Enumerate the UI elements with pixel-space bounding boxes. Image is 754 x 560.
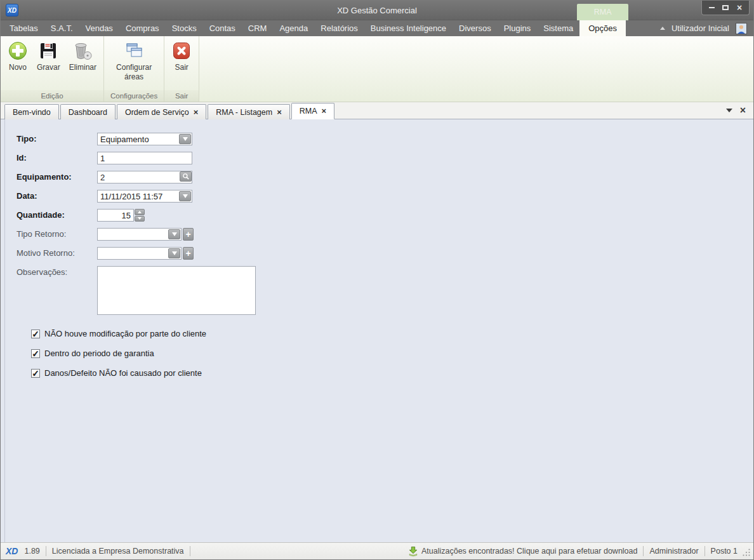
window-controls: × [701, 1, 750, 15]
statusbar-station-label: Posto 1 [711, 547, 737, 556]
gravar-button[interactable]: Gravar [34, 39, 63, 74]
ribbon-empty-area [199, 36, 753, 102]
tipo-select[interactable]: Equipamento [97, 133, 192, 145]
tipo-retorno-select[interactable] [97, 228, 182, 241]
tipo-retorno-label: Tipo Retorno: [17, 228, 97, 241]
menu-item-diversos[interactable]: Diversos [453, 20, 498, 36]
id-label: Id: [17, 152, 97, 164]
add-tipo-retorno-button[interactable]: + [183, 228, 194, 241]
checkbox-dentro-periodo-garantia[interactable]: ✓ Dentro do periodo de garantia [31, 349, 753, 358]
minimize-button[interactable] [704, 2, 718, 13]
novo-button[interactable]: Novo [4, 39, 31, 74]
maximize-button[interactable] [718, 2, 732, 13]
observacoes-textarea[interactable] [97, 266, 256, 315]
observacoes-label: Observações: [17, 266, 97, 279]
checkbox-nao-houve-modificacao[interactable]: ✓ NÃO houve modificação por parte do cli… [31, 329, 753, 338]
checkbox-checked-icon[interactable]: ✓ [31, 330, 40, 338]
rma-form: Tipo: Equipamento Id: Equipamento: [1, 119, 753, 542]
data-datetime-picker[interactable]: 11/11/2015 11:57 [97, 190, 192, 203]
document-tabstrip: Bem-vindo Dashboard Ordem de Serviço × R… [1, 102, 753, 119]
tab-list-dropdown-icon[interactable] [726, 109, 732, 112]
document-tab-rma[interactable]: RMA × [291, 103, 334, 119]
ribbon: Novo Gravar [1, 36, 753, 102]
chevron-down-icon[interactable] [179, 134, 191, 144]
statusbar-xd-logo: XD [6, 546, 18, 556]
minimize-icon [709, 7, 715, 8]
data-label: Data: [17, 190, 97, 203]
document-tab-ordem-de-servico[interactable]: Ordem de Serviço × [117, 104, 206, 119]
close-tab-icon[interactable]: × [277, 109, 282, 116]
menu-item-vendas[interactable]: Vendas [79, 20, 119, 36]
document-tab-dashboard[interactable]: Dashboard [60, 104, 116, 119]
ribbon-group-configuracoes: Configurar áreas Configurações [104, 36, 164, 102]
menubar-right: Utilizador Inicial [660, 20, 753, 36]
save-floppy-icon [38, 41, 58, 61]
update-notification-button[interactable]: Atualizações encontradas! Clique aqui pa… [408, 546, 638, 557]
resize-grip[interactable] [743, 549, 751, 557]
chevron-down-icon[interactable] [168, 248, 180, 258]
menu-item-sistema[interactable]: Sistema [537, 20, 579, 36]
search-icon[interactable] [180, 171, 192, 182]
titlebar: XD XD Gestão Comercial × [1, 1, 753, 20]
statusbar-user-label: Administrador [649, 547, 698, 556]
equipamento-label: Equipamento: [17, 171, 97, 183]
menu-item-sat[interactable]: S.A.T. [44, 20, 79, 36]
close-button[interactable]: × [732, 2, 746, 13]
window-title: XD Gestão Comercial [1, 6, 753, 15]
menu-item-stocks[interactable]: Stocks [166, 20, 203, 36]
close-active-tab-icon[interactable]: × [740, 106, 746, 115]
checkbox-group: ✓ NÃO houve modificação por parte do cli… [31, 329, 753, 378]
exit-red-x-icon [171, 41, 192, 61]
eliminar-button[interactable]: Eliminar [66, 39, 100, 74]
checkbox-checked-icon[interactable]: ✓ [31, 369, 40, 378]
quantidade-input[interactable] [97, 209, 134, 222]
document-tab-rma-listagem[interactable]: RMA - Listagem × [208, 104, 290, 119]
menu-item-contas[interactable]: Contas [203, 20, 242, 36]
checkbox-checked-icon[interactable]: ✓ [31, 349, 40, 358]
quantidade-stepper [97, 209, 145, 222]
app-logo-icon: XD [6, 4, 18, 17]
chevron-down-icon[interactable] [179, 191, 191, 201]
close-icon: × [737, 3, 742, 12]
checkbox-danos-nao-causado-cliente[interactable]: ✓ Danos/Defeito NÃO foi causado por clie… [31, 368, 753, 378]
menu-item-agenda[interactable]: Agenda [273, 20, 314, 36]
sair-button[interactable]: Sair [168, 39, 195, 74]
spin-down-icon[interactable] [135, 216, 145, 222]
app-window: XD XD Gestão Comercial × Tabelas S.A.T. … [0, 0, 754, 560]
ribbon-group-label-configuracoes: Configurações [104, 90, 164, 102]
close-tab-icon[interactable]: × [194, 109, 199, 116]
download-icon [408, 546, 418, 557]
document-tab-bem-vindo[interactable]: Bem-vindo [4, 104, 59, 119]
ribbon-group-edicao: Novo Gravar [1, 36, 104, 102]
version-label: 1.89 [24, 547, 39, 556]
license-label: Licenciada a Empresa Demonstrativa [52, 547, 184, 556]
contextual-tab-group: RMA Opções [579, 20, 626, 36]
windows-layout-icon [124, 41, 144, 61]
menu-item-business-inteligence[interactable]: Business Inteligence [364, 20, 453, 36]
contextual-tab-rma: RMA [577, 4, 628, 20]
ribbon-tab-opcoes[interactable]: Opções [579, 20, 626, 36]
menu-item-plugins[interactable]: Plugins [498, 20, 538, 36]
motivo-retorno-label: Motivo Retorno: [17, 247, 97, 260]
menu-item-compras[interactable]: Compras [119, 20, 166, 36]
tipo-label: Tipo: [17, 133, 97, 145]
add-motivo-retorno-button[interactable]: + [183, 247, 194, 260]
menu-item-relatorios[interactable]: Relatórios [314, 20, 364, 36]
motivo-retorno-select[interactable] [97, 247, 182, 260]
menubar: Tabelas S.A.T. Vendas Compras Stocks Con… [1, 20, 753, 36]
configurar-areas-button[interactable]: Configurar áreas [113, 39, 155, 84]
equipamento-input[interactable] [97, 171, 192, 183]
id-input[interactable] [97, 152, 192, 164]
ribbon-group-label-sair: Sair [164, 90, 199, 102]
collapse-ribbon-icon[interactable] [660, 27, 665, 30]
close-tab-icon[interactable]: × [322, 107, 327, 115]
statusbar: XD 1.89 Licenciada a Empresa Demonstrati… [1, 542, 753, 559]
spin-up-icon[interactable] [135, 209, 145, 215]
trash-icon [72, 41, 93, 61]
quantidade-label: Quantidade: [17, 209, 97, 222]
menu-item-crm[interactable]: CRM [242, 20, 274, 36]
chevron-down-icon[interactable] [168, 229, 180, 239]
menu-item-tabelas[interactable]: Tabelas [3, 20, 44, 36]
current-user-label: Utilizador Inicial [671, 23, 729, 33]
user-avatar[interactable] [736, 23, 747, 34]
